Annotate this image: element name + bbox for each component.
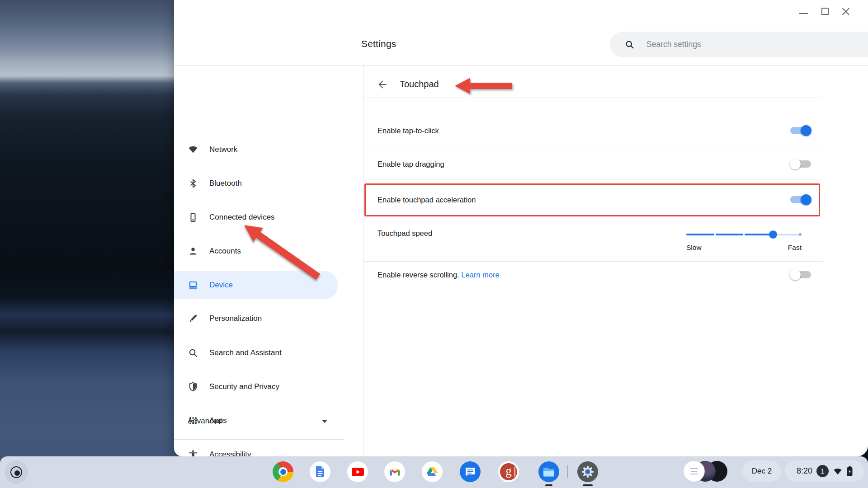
- running-indicator-files: [545, 484, 552, 486]
- running-indicator-settings: [583, 484, 593, 486]
- row-divider: [363, 217, 823, 217]
- page-title: Touchpad: [400, 79, 439, 89]
- person-icon: [188, 246, 198, 257]
- close-icon[interactable]: [842, 7, 850, 15]
- holding-space-preview[interactable]: [684, 461, 704, 482]
- setting-row-touchpad-acceleration: Enable touchpad acceleration: [363, 185, 823, 214]
- row-divider: [363, 98, 823, 98]
- touchpad-speed-label: Touchpad speed: [377, 229, 432, 238]
- toggle-tap-dragging[interactable]: [790, 160, 811, 168]
- bluetooth-icon: [188, 178, 198, 189]
- clock: 8:20: [797, 466, 812, 476]
- sidebar-item-search-assistant[interactable]: Search and Assistant: [174, 339, 338, 367]
- slider-tick: [743, 234, 745, 236]
- row-divider: [363, 149, 823, 149]
- learn-more-link[interactable]: Learn more: [461, 271, 499, 279]
- row-divider: [363, 179, 823, 179]
- toggle-thumb: [790, 269, 801, 280]
- search-input[interactable]: Search settings: [610, 32, 868, 57]
- sidebar-item-accounts[interactable]: Accounts: [174, 237, 338, 265]
- battery-charging-icon: [847, 466, 853, 476]
- launcher-icon: [10, 466, 22, 478]
- slider-minmax-labels: Slow Fast: [686, 244, 802, 252]
- sidebar-advanced-toggle[interactable]: Advanced: [174, 407, 344, 435]
- pen-icon: [188, 313, 198, 324]
- launcher-button[interactable]: [5, 460, 28, 484]
- minimize-icon[interactable]: [799, 13, 808, 14]
- files-icon[interactable]: [538, 461, 559, 482]
- calendar-date-button[interactable]: Dec 2: [742, 460, 781, 482]
- settings-gear-icon[interactable]: [577, 461, 598, 482]
- magnifier-icon: [188, 347, 198, 358]
- sidebar-item-security-privacy[interactable]: Security and Privacy: [174, 373, 338, 401]
- smartphone-icon: [188, 212, 198, 223]
- slider-tick: [714, 234, 716, 236]
- shelf: g: [0, 456, 868, 488]
- window-controls: [791, 0, 868, 23]
- messages-icon[interactable]: [460, 461, 481, 482]
- maximize-icon[interactable]: [821, 8, 829, 15]
- sidebar-bottom-divider: [174, 439, 344, 440]
- slider-max-label: Fast: [788, 244, 802, 252]
- laptop-icon: [188, 280, 198, 291]
- wifi-status-icon: [833, 467, 843, 475]
- shield-icon: [188, 381, 198, 392]
- app-title: Settings: [361, 38, 396, 49]
- slider-min-label: Slow: [686, 244, 702, 252]
- toggle-thumb: [790, 159, 801, 169]
- slider-thumb[interactable]: [769, 230, 777, 239]
- toggle-reverse-scrolling[interactable]: [790, 271, 811, 278]
- wifi-icon: [188, 144, 198, 155]
- toggle-thumb: [801, 125, 811, 136]
- slider-remainder: [775, 234, 800, 235]
- setting-row-reverse-scrolling: Enable reverse scrolling. Learn more: [363, 260, 823, 289]
- setting-row-tap-to-click: Enable tap-to-click: [363, 116, 823, 145]
- google-g-icon[interactable]: g: [498, 461, 519, 482]
- chrome-icon[interactable]: [273, 461, 293, 482]
- search-placeholder: Search settings: [646, 40, 701, 49]
- back-arrow-icon[interactable]: [377, 79, 388, 90]
- desktop: Settings Search settings Network Bluetoo…: [0, 0, 868, 488]
- slider-end-tick: [799, 233, 802, 236]
- touchpad-speed-slider[interactable]: [686, 230, 802, 239]
- toggle-thumb: [801, 194, 811, 205]
- setting-row-tap-dragging: Enable tap dragging: [363, 150, 823, 178]
- toggle-tap-to-click[interactable]: [790, 127, 811, 134]
- sidebar-item-network[interactable]: Network: [174, 136, 338, 164]
- sidebar: Network Bluetooth Connected devices Acco…: [174, 65, 363, 456]
- notification-badge: 1: [816, 465, 829, 477]
- search-icon: [625, 40, 634, 49]
- toggle-touchpad-acceleration[interactable]: [790, 196, 811, 203]
- sidebar-item-personalization[interactable]: Personalization: [174, 305, 338, 333]
- sidebar-item-bluetooth[interactable]: Bluetooth: [174, 169, 338, 197]
- youtube-icon[interactable]: [347, 461, 368, 482]
- sidebar-item-device[interactable]: Device: [174, 271, 338, 299]
- sidebar-item-connected-devices[interactable]: Connected devices: [174, 203, 338, 231]
- chevron-down-icon: [322, 420, 327, 423]
- shelf-separator: [567, 465, 568, 478]
- drive-icon[interactable]: [422, 461, 443, 482]
- slider-fill: [686, 234, 773, 235]
- system-tray[interactable]: 8:20 1: [785, 460, 864, 482]
- content-right-edge: [823, 66, 823, 455]
- gmail-icon[interactable]: [384, 461, 405, 482]
- docs-icon[interactable]: [310, 461, 330, 482]
